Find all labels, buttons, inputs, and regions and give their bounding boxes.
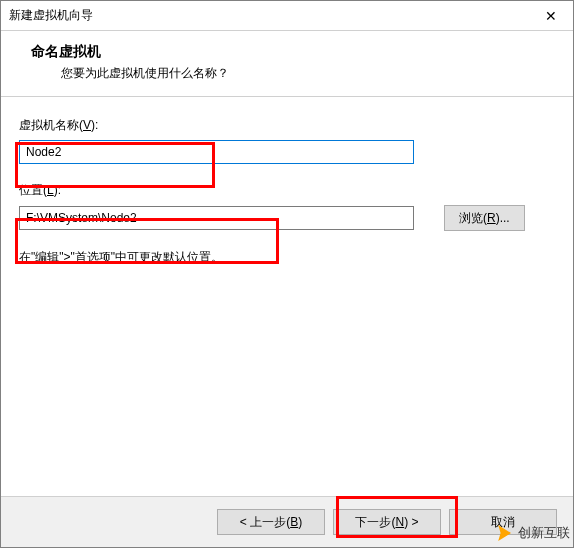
cancel-button[interactable]: 取消 <box>449 509 557 535</box>
vm-name-field: 虚拟机名称(V): <box>19 117 555 164</box>
wizard-header-title: 命名虚拟机 <box>31 43 557 61</box>
next-button[interactable]: 下一步(N) > <box>333 509 441 535</box>
vm-name-input[interactable] <box>19 140 414 164</box>
content-area: 虚拟机名称(V): 位置(L): 浏览(R)... 在"编辑">"首选项"中可更… <box>1 97 573 496</box>
browse-button[interactable]: 浏览(R)... <box>444 205 525 231</box>
vm-name-label: 虚拟机名称(V): <box>19 117 555 134</box>
close-button[interactable]: ✕ <box>528 1 573 30</box>
wizard-header-subtitle: 您要为此虚拟机使用什么名称？ <box>31 65 557 82</box>
close-icon: ✕ <box>545 8 557 24</box>
wizard-window: 新建虚拟机向导 ✕ 命名虚拟机 您要为此虚拟机使用什么名称？ 虚拟机名称(V):… <box>0 0 574 548</box>
default-location-hint: 在"编辑">"首选项"中可更改默认位置。 <box>19 249 555 266</box>
titlebar: 新建虚拟机向导 ✕ <box>1 1 573 31</box>
wizard-footer: < 上一步(B) 下一步(N) > 取消 <box>1 496 573 547</box>
location-label: 位置(L): <box>19 182 555 199</box>
wizard-header: 命名虚拟机 您要为此虚拟机使用什么名称？ <box>1 31 573 96</box>
location-input[interactable] <box>19 206 414 230</box>
location-field: 位置(L): 浏览(R)... <box>19 182 555 231</box>
window-title: 新建虚拟机向导 <box>9 7 93 24</box>
back-button[interactable]: < 上一步(B) <box>217 509 325 535</box>
